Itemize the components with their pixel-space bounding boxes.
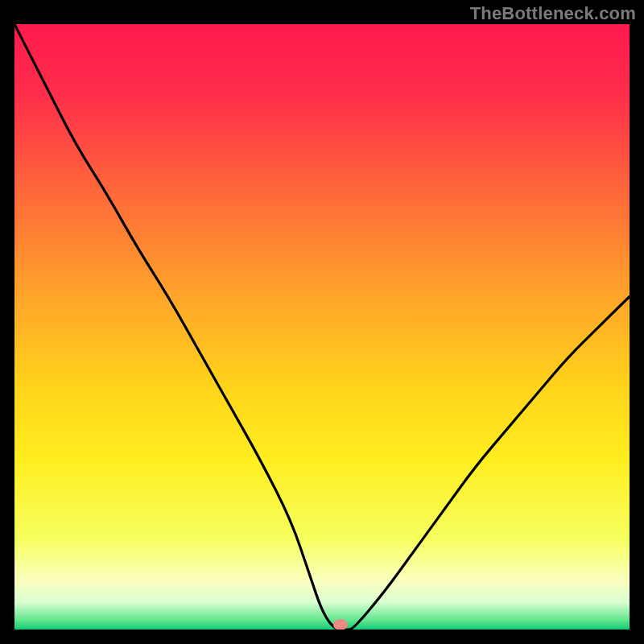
- gradient-background: [14, 24, 630, 630]
- watermark-text: TheBottleneck.com: [470, 3, 636, 24]
- bottleneck-curve-chart: [14, 24, 630, 630]
- chart-container: TheBottleneck.com: [0, 0, 644, 644]
- plot-area: [14, 24, 630, 630]
